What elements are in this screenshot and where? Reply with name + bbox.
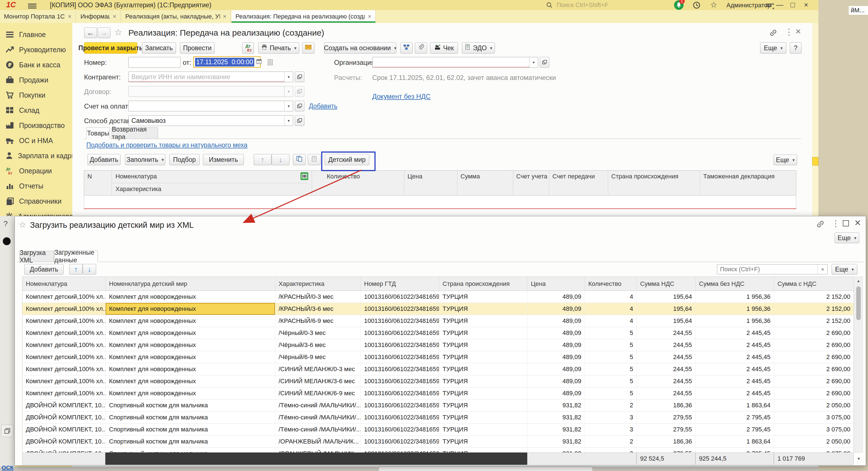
overlay-column-header[interactable]: Цена — [527, 277, 585, 291]
table-cell[interactable]: Комплект для новорожденных — [106, 339, 275, 351]
write-button[interactable]: Записать — [142, 42, 176, 54]
organization-open-button[interactable] — [540, 57, 549, 68]
table-cell[interactable]: 489,09 — [527, 327, 585, 339]
table-cell[interactable]: 5 — [585, 327, 637, 339]
table-cell[interactable]: 2 445,45 — [695, 351, 774, 363]
table-cell[interactable]: 244,55 — [637, 351, 695, 363]
table-cell[interactable]: 10013160/061022/3481659 — [361, 327, 439, 339]
overlay-table-more-button[interactable]: Еще ▾ — [832, 264, 857, 275]
table-cell[interactable]: 10013160/061022/3481659 — [361, 303, 439, 315]
table-cell[interactable]: 2 690,00 — [774, 339, 854, 351]
sidebar-item-6[interactable]: Склад — [0, 104, 72, 117]
table-cell[interactable]: 3 — [585, 423, 637, 435]
organization-input[interactable]: ▾ — [372, 57, 538, 68]
table-cell[interactable]: /КРАСНЫЙ/3-6 мес — [275, 303, 361, 315]
table-cell[interactable]: 2 050,00 — [774, 436, 854, 447]
overlay-move-up-button[interactable]: ↑ — [69, 264, 83, 275]
table-row[interactable]: Комплект детский,100% хл...Комплект для … — [23, 315, 854, 327]
get-link-icon[interactable] — [769, 29, 777, 38]
close-window-button[interactable]: × — [801, 0, 812, 9]
table-cell[interactable]: Комплект детский,100% хл... — [23, 327, 106, 339]
table-cell[interactable]: /КРАСНЫЙ/6-9 мес — [275, 315, 361, 327]
table-cell[interactable]: 244,55 — [637, 327, 695, 339]
chevron-down-icon[interactable]: ▾ — [284, 101, 293, 111]
overlay-move-down-button[interactable]: ↓ — [83, 264, 96, 275]
col-quantity[interactable]: Количество — [327, 173, 360, 180]
sidebar-item-10[interactable]: ДтКтОперации — [0, 165, 72, 177]
overlay-add-button[interactable]: Добавить — [24, 264, 64, 275]
table-cell[interactable]: 10013160/061022/3481659 — [361, 448, 439, 453]
table-cell[interactable]: Комплект детский,100% хл... — [23, 303, 106, 315]
number-input[interactable] — [128, 57, 181, 68]
tab-loaded-data[interactable]: Загруженные данные — [54, 251, 98, 262]
table-cell[interactable]: 2 445,45 — [695, 363, 774, 375]
table-cell[interactable]: ТУРЦИЯ — [439, 351, 527, 363]
table-cell[interactable]: 1 863,64 — [695, 436, 774, 447]
table-cell[interactable]: 279,55 — [637, 448, 695, 453]
table-cell[interactable]: 3 — [585, 412, 637, 423]
table-row[interactable]: Комплект детский,100% хл...Комплект для … — [23, 363, 854, 375]
overlay-close-icon[interactable]: × — [855, 217, 861, 229]
table-cell[interactable]: Спортивный костюм для мальчика — [106, 412, 275, 423]
table-cell[interactable]: /Тёмно-синий /МАЛЬЧИКИ/... — [275, 423, 361, 435]
form-menu-dots-icon[interactable]: ⋮ — [785, 27, 793, 37]
window-tab-3[interactable]: Реализация (акты, накладные, УПД)× — [121, 10, 231, 23]
window-tab-4[interactable]: Реализация: Передача на реализацию (созд… — [231, 10, 376, 23]
taskbar-window-fragment[interactable] — [378, 466, 593, 471]
table-cell[interactable]: 2 690,00 — [774, 363, 854, 375]
table-cell[interactable]: 10013160/061022/3481659 — [361, 375, 439, 387]
notifications-bell-icon[interactable]: 1 — [674, 0, 684, 10]
table-cell[interactable]: 2 — [585, 436, 637, 447]
sidebar-item-8[interactable]: ОС и НМА — [0, 134, 72, 147]
tab-xml-load[interactable]: Загрузка XML — [19, 251, 54, 262]
table-cell[interactable]: 10013160/061022/3481659 — [361, 315, 439, 327]
table-cell[interactable]: 931,82 — [527, 436, 585, 447]
table-cell[interactable]: 10013160/061022/3481659 — [361, 436, 439, 447]
table-row[interactable]: ДВОЙНОЙ КОМПЛЕКТ, 10...Спортивный костюм… — [23, 423, 854, 436]
close-tab-icon[interactable]: × — [68, 13, 71, 20]
col-customs-declaration[interactable]: Таможенная декларация — [703, 173, 775, 180]
overlay-column-header[interactable]: Количество — [585, 277, 637, 291]
table-cell[interactable]: /ОРАНЖЕВЫЙ /МАЛЬЧИК... — [275, 436, 361, 447]
scrollbar-up-icon[interactable]: ▲ — [855, 278, 862, 283]
table-cell[interactable]: 195,64 — [637, 303, 695, 315]
table-cell[interactable]: Комплект для новорожденных — [106, 327, 275, 339]
table-cell[interactable]: 2 795,45 — [695, 448, 774, 453]
minimize-button[interactable]: — — [774, 0, 785, 9]
table-cell[interactable]: /Чёрный/3-6 мес — [275, 339, 361, 351]
table-cell[interactable]: 1 863,64 — [695, 400, 774, 411]
table-cell[interactable]: 2 152,00 — [774, 315, 854, 327]
table-cell[interactable]: ТУРЦИЯ — [439, 363, 527, 375]
table-cell[interactable]: 279,55 — [637, 412, 695, 423]
table-cell[interactable]: 2 690,00 — [774, 327, 854, 339]
main-menu-icon[interactable] — [28, 2, 36, 9]
table-cell[interactable]: 489,09 — [527, 375, 585, 387]
table-cell[interactable]: Комплект для новорожденных — [106, 375, 275, 387]
table-cell[interactable]: 10013160/061022/3481659 — [361, 339, 439, 351]
fur-goods-link[interactable]: Подобрать и проверить товары из натураль… — [86, 141, 247, 149]
table-cell[interactable]: Комплект для новорожденных — [106, 351, 275, 363]
table-cell[interactable]: ТУРЦИЯ — [439, 387, 527, 399]
close-tab-icon[interactable]: × — [113, 13, 116, 20]
table-cell[interactable]: 5 — [585, 351, 637, 363]
table-cell[interactable]: ДВОЙНОЙ КОМПЛЕКТ, 10 — [23, 448, 106, 453]
overlay-get-link-icon[interactable] — [816, 219, 825, 230]
col-sum[interactable]: Сумма — [461, 173, 480, 180]
table-cell[interactable]: ТУРЦИЯ — [439, 327, 527, 339]
table-row[interactable]: ДВОЙНОЙ КОМПЛЕКТ, 10Спортивный костюм дл… — [23, 448, 854, 453]
global-search-input[interactable]: Поиск Ctrl+Shift+F — [557, 0, 663, 10]
close-tab-icon[interactable]: × — [368, 13, 371, 20]
sidebar-item-3[interactable]: ₽Банк и касса — [0, 58, 72, 71]
table-cell[interactable]: 244,55 — [637, 387, 695, 399]
table-cell[interactable]: ДВОЙНОЙ КОМПЛЕКТ, 10... — [23, 436, 106, 447]
overlay-column-header[interactable]: Номер ГТД — [361, 277, 439, 291]
window-tab-1[interactable]: Монитор Портала 1С:ИТС× — [0, 10, 76, 23]
table-cell[interactable]: Спортивный костюм для мальчика — [106, 400, 275, 411]
table-cell[interactable]: 10013160/061022/3481659 — [361, 363, 439, 375]
user-menu-icon[interactable]: ▾ — [766, 2, 774, 9]
overlay-search-input[interactable] — [717, 265, 817, 274]
overlay-more-button[interactable]: Еще ▾ — [835, 233, 859, 243]
table-cell[interactable]: 5 — [585, 375, 637, 387]
table-cell[interactable]: 931,82 — [527, 423, 585, 435]
table-cell[interactable]: 10013160/061022/3481659 — [361, 351, 439, 363]
